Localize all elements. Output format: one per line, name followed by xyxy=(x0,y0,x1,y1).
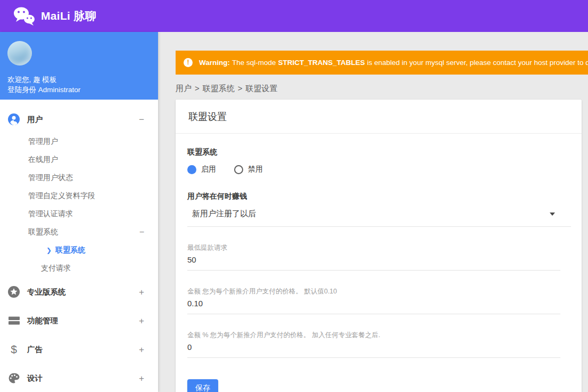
expand-icon[interactable]: + xyxy=(139,345,144,354)
collapse-icon[interactable]: − xyxy=(139,115,144,124)
role-text: 登陆身份 Administrator xyxy=(7,85,151,95)
sidebar-item-affiliates-group[interactable]: 联盟系统 − xyxy=(0,223,158,241)
sidebar-item-pro-system[interactable]: 专业版系统 + xyxy=(0,277,158,306)
sidebar-item-label: 支付请求 xyxy=(41,264,71,273)
radio-label: 启用 xyxy=(201,165,216,174)
affiliate-settings-card: 联盟设置 联盟系统 启用 禁用 xyxy=(176,100,582,392)
collapse-icon[interactable]: − xyxy=(139,228,144,236)
sidebar-item-label: 管理用户状态 xyxy=(28,173,73,183)
referral-amount-field-group: 金额 您为每个新推介用户支付的价格。 默认值0.10 xyxy=(187,287,571,314)
sidebar-item-label: 功能管理 xyxy=(27,316,58,326)
user-circle-icon xyxy=(7,113,20,126)
earn-when-select[interactable]: 新用户注册了以后 xyxy=(187,207,571,227)
star-circle-icon xyxy=(7,285,20,298)
sidebar-item-label: 用户 xyxy=(27,115,43,125)
sidebar-item-users[interactable]: 用户 − xyxy=(0,106,158,133)
profile-welcome: 欢迎您, 趣 模板 登陆身份 Administrator xyxy=(7,75,151,95)
breadcrumb-current: 联盟设置 xyxy=(246,84,278,93)
breadcrumb-separator: > xyxy=(238,84,243,93)
sidebar-item-label: 在线用户 xyxy=(28,155,58,165)
radio-enable[interactable]: 启用 xyxy=(187,165,216,174)
sidebar-item-design[interactable]: 设计 + xyxy=(0,364,158,392)
sidebar-item-verification-requests[interactable]: 管理认证请求 xyxy=(0,205,158,223)
breadcrumb-users[interactable]: 用户 xyxy=(176,84,192,93)
sidebar-item-payment-requests[interactable]: 支付请求 xyxy=(0,259,158,277)
breadcrumb-affiliates[interactable]: 联盟系统 xyxy=(203,84,235,93)
referral-amount-input[interactable] xyxy=(187,296,560,314)
min-withdrawal-field-group: 最低提款请求 xyxy=(187,243,571,271)
sidebar-item-ads[interactable]: $ 广告 + xyxy=(0,335,158,364)
min-withdrawal-input[interactable] xyxy=(187,252,560,271)
avatar xyxy=(7,41,32,66)
breadcrumb-separator: > xyxy=(195,84,200,93)
warning-banner: ! Warning: The sql-mode STRICT_TRANS_TAB… xyxy=(176,51,588,75)
referral-percent-input[interactable] xyxy=(187,340,560,358)
warning-text: The sql-mode xyxy=(232,59,276,67)
palette-icon xyxy=(7,372,20,385)
sidebar-item-user-status[interactable]: 管理用户状态 xyxy=(0,169,158,187)
sidebar-menu: 用户 − 管理用户 在线用户 管理用户状态 管理自定义资料字段 管理认证请求 联… xyxy=(0,100,158,392)
sidebar-item-label: 管理用户 xyxy=(28,137,58,146)
exclamation-circle-icon: ! xyxy=(184,58,193,67)
radio-disable[interactable]: 禁用 xyxy=(234,165,263,174)
referral-percent-label: 金额 % 您为每个新推介用户支付的价格。 加入任何专业套餐之后. xyxy=(187,331,560,340)
radio-unselected-icon[interactable] xyxy=(234,165,243,174)
expand-icon[interactable]: + xyxy=(139,316,144,325)
app-header: MaiLi 脉聊 xyxy=(0,0,588,32)
app-logo xyxy=(13,6,35,26)
sidebar-item-label: 管理认证请求 xyxy=(28,209,73,219)
sidebar-item-affiliates-active[interactable]: ❯ 联盟系统 xyxy=(0,241,158,259)
sidebar-item-label: 广告 xyxy=(27,345,43,355)
sidebar-item-manage-users[interactable]: 管理用户 xyxy=(0,133,158,151)
save-button[interactable]: 保存 xyxy=(187,379,218,392)
stacked-bars-icon xyxy=(7,314,20,327)
sidebar-profile: 欢迎您, 趣 模板 登陆身份 Administrator xyxy=(0,32,158,100)
sidebar: 欢迎您, 趣 模板 登陆身份 Administrator 用户 − 管理用户 在… xyxy=(0,32,158,392)
warning-sqlmode: STRICT_TRANS_TABLES xyxy=(278,59,365,67)
sidebar-item-features[interactable]: 功能管理 + xyxy=(0,306,158,335)
caret-down-icon xyxy=(550,213,555,216)
app-title: MaiLi 脉聊 xyxy=(41,9,96,23)
card-title: 联盟设置 xyxy=(176,100,582,134)
earn-when-group: 用户将在何时赚钱 新用户注册了以后 xyxy=(187,192,571,227)
welcome-text: 欢迎您, 趣 模板 xyxy=(7,75,151,85)
affiliate-system-group: 联盟系统 启用 禁用 xyxy=(187,148,571,174)
expand-icon[interactable]: + xyxy=(139,374,144,383)
referral-percent-field-group: 金额 % 您为每个新推介用户支付的价格。 加入任何专业套餐之后. xyxy=(187,331,571,358)
sidebar-item-online-users[interactable]: 在线用户 xyxy=(0,151,158,169)
sidebar-item-label: 设计 xyxy=(27,373,43,383)
sidebar-item-label: 专业版系统 xyxy=(27,287,66,297)
referral-amount-label: 金额 您为每个新推介用户支付的价格。 默认值0.10 xyxy=(187,287,560,296)
sidebar-item-label: 联盟系统 xyxy=(55,246,85,255)
dollar-icon: $ xyxy=(7,343,20,356)
radio-label: 禁用 xyxy=(248,165,263,174)
sidebar-item-label: 联盟系统 xyxy=(28,227,58,237)
wechat-logo-icon xyxy=(13,6,35,26)
radio-selected-icon[interactable] xyxy=(187,165,196,174)
select-value: 新用户注册了以后 xyxy=(192,209,256,219)
affiliate-system-label: 联盟系统 xyxy=(187,148,571,157)
min-withdrawal-label: 最低提款请求 xyxy=(187,243,560,252)
breadcrumb: 用户>联盟系统>联盟设置 xyxy=(176,84,570,94)
chevron-right-icon: ❯ xyxy=(46,247,52,254)
warning-prefix: Warning: xyxy=(199,59,230,67)
warning-text-end: is enabled in your mysql server, please … xyxy=(367,59,588,67)
sidebar-item-label: 管理自定义资料字段 xyxy=(28,191,95,201)
main-content: ! Warning: The sql-mode STRICT_TRANS_TAB… xyxy=(158,32,588,392)
sidebar-item-custom-fields[interactable]: 管理自定义资料字段 xyxy=(0,187,158,205)
expand-icon[interactable]: + xyxy=(139,288,144,297)
earn-when-label: 用户将在何时赚钱 xyxy=(187,192,571,201)
